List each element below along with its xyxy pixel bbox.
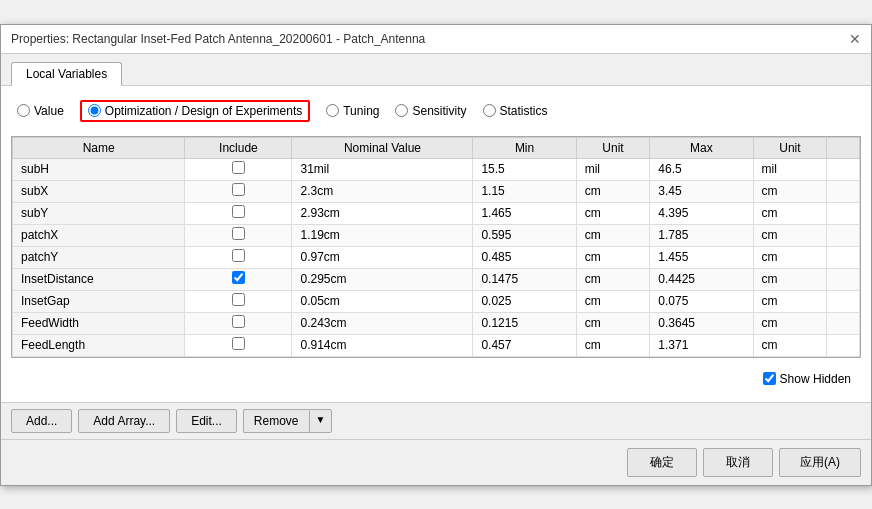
cell-include[interactable] <box>185 246 292 268</box>
cell-name: InsetDistance <box>13 268 185 290</box>
cell-min: 0.1475 <box>473 268 576 290</box>
cell-name: subY <box>13 202 185 224</box>
variables-table-container: Name Include Nominal Value Min Unit Max … <box>11 136 861 358</box>
cell-include[interactable] <box>185 224 292 246</box>
cell-unit1: cm <box>576 202 650 224</box>
bottom-buttons-bar: Add... Add Array... Edit... Remove ▼ <box>1 402 871 439</box>
radio-sensitivity[interactable]: Sensitivity <box>395 104 466 118</box>
cell-include[interactable] <box>185 312 292 334</box>
include-checkbox[interactable] <box>232 249 245 262</box>
include-checkbox[interactable] <box>232 205 245 218</box>
cell-max: 4.395 <box>650 202 753 224</box>
close-button[interactable]: ✕ <box>849 31 861 47</box>
cancel-button[interactable]: 取消 <box>703 448 773 477</box>
cell-min: 0.485 <box>473 246 576 268</box>
cell-min: 0.1215 <box>473 312 576 334</box>
cell-unit2: cm <box>753 246 827 268</box>
cell-name: patchX <box>13 224 185 246</box>
cell-extra <box>827 158 860 180</box>
cell-min: 0.457 <box>473 334 576 356</box>
apply-button[interactable]: 应用(A) <box>779 448 861 477</box>
cell-unit2: cm <box>753 224 827 246</box>
cell-nominal: 2.93cm <box>292 202 473 224</box>
cell-name: subX <box>13 180 185 202</box>
include-checkbox[interactable] <box>232 337 245 350</box>
radio-tuning[interactable]: Tuning <box>326 104 379 118</box>
cell-extra <box>827 312 860 334</box>
cell-unit2: cm <box>753 290 827 312</box>
ok-button[interactable]: 确定 <box>627 448 697 477</box>
cell-unit1: cm <box>576 268 650 290</box>
cell-extra <box>827 246 860 268</box>
remove-button[interactable]: Remove <box>243 409 309 433</box>
cell-include[interactable] <box>185 334 292 356</box>
table-row: FeedWidth 0.243cm 0.1215 cm 0.3645 cm <box>13 312 860 334</box>
remove-split-button: Remove ▼ <box>243 409 333 433</box>
tab-bar: Local Variables <box>1 54 871 86</box>
include-checkbox[interactable] <box>232 227 245 240</box>
cell-max: 46.5 <box>650 158 753 180</box>
confirm-row: 确定 取消 应用(A) <box>1 439 871 485</box>
cell-include[interactable] <box>185 158 292 180</box>
cell-min: 1.465 <box>473 202 576 224</box>
include-checkbox[interactable] <box>232 315 245 328</box>
variables-table: Name Include Nominal Value Min Unit Max … <box>12 137 860 357</box>
cell-unit1: cm <box>576 180 650 202</box>
edit-button[interactable]: Edit... <box>176 409 237 433</box>
cell-max: 1.785 <box>650 224 753 246</box>
content-area: Value Optimization / Design of Experimen… <box>1 86 871 402</box>
cell-include[interactable] <box>185 290 292 312</box>
cell-nominal: 2.3cm <box>292 180 473 202</box>
include-checkbox[interactable] <box>232 161 245 174</box>
include-checkbox[interactable] <box>232 271 245 284</box>
radio-opt-doe[interactable]: Optimization / Design of Experiments <box>80 100 310 122</box>
cell-include[interactable] <box>185 268 292 290</box>
add-button[interactable]: Add... <box>11 409 72 433</box>
table-row: patchY 0.97cm 0.485 cm 1.455 cm <box>13 246 860 268</box>
cell-nominal: 1.19cm <box>292 224 473 246</box>
col-include: Include <box>185 137 292 158</box>
cell-name: FeedLength <box>13 334 185 356</box>
cell-extra <box>827 334 860 356</box>
cell-nominal: 0.914cm <box>292 334 473 356</box>
cell-name: InsetGap <box>13 290 185 312</box>
cell-name: patchY <box>13 246 185 268</box>
cell-unit1: cm <box>576 334 650 356</box>
col-extra <box>827 137 860 158</box>
tab-local-variables[interactable]: Local Variables <box>11 62 122 86</box>
cell-extra <box>827 224 860 246</box>
col-nominal: Nominal Value <box>292 137 473 158</box>
show-hidden-row: Show Hidden <box>11 366 861 392</box>
col-min: Min <box>473 137 576 158</box>
cell-nominal: 0.243cm <box>292 312 473 334</box>
cell-extra <box>827 180 860 202</box>
cell-nominal: 0.05cm <box>292 290 473 312</box>
table-row: subH 31mil 15.5 mil 46.5 mil <box>13 158 860 180</box>
table-row: InsetDistance 0.295cm 0.1475 cm 0.4425 c… <box>13 268 860 290</box>
radio-statistics[interactable]: Statistics <box>483 104 548 118</box>
cell-min: 15.5 <box>473 158 576 180</box>
radio-options-row: Value Optimization / Design of Experimen… <box>11 96 861 126</box>
radio-value[interactable]: Value <box>17 104 64 118</box>
cell-unit2: cm <box>753 202 827 224</box>
main-window: Properties: Rectangular Inset-Fed Patch … <box>0 24 872 486</box>
title-bar: Properties: Rectangular Inset-Fed Patch … <box>1 25 871 54</box>
cell-include[interactable] <box>185 202 292 224</box>
show-hidden-checkbox[interactable] <box>763 372 776 385</box>
remove-dropdown-arrow[interactable]: ▼ <box>309 409 333 433</box>
include-checkbox[interactable] <box>232 293 245 306</box>
cell-name: subH <box>13 158 185 180</box>
cell-max: 3.45 <box>650 180 753 202</box>
cell-name: FeedWidth <box>13 312 185 334</box>
cell-unit1: cm <box>576 290 650 312</box>
cell-unit1: cm <box>576 246 650 268</box>
cell-min: 1.15 <box>473 180 576 202</box>
add-array-button[interactable]: Add Array... <box>78 409 170 433</box>
cell-max: 0.3645 <box>650 312 753 334</box>
cell-include[interactable] <box>185 180 292 202</box>
cell-min: 0.595 <box>473 224 576 246</box>
cell-max: 0.075 <box>650 290 753 312</box>
include-checkbox[interactable] <box>232 183 245 196</box>
cell-unit2: mil <box>753 158 827 180</box>
cell-unit2: cm <box>753 312 827 334</box>
